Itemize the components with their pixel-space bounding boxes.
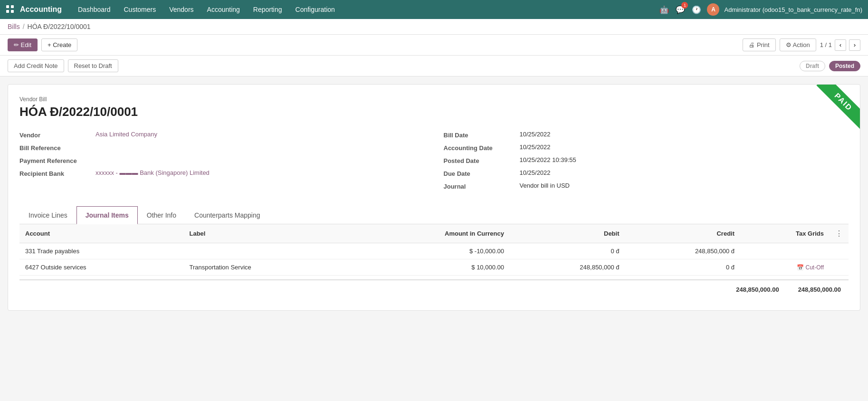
svg-rect-1: [11, 5, 14, 8]
breadcrumb: Bills / HÓA Đ/2022/10/0001: [0, 19, 868, 35]
form-type-label: Vendor Bill: [19, 96, 849, 103]
due-date-field: Due Date 10/25/2022: [444, 169, 849, 177]
menu-dashboard[interactable]: Dashboard: [71, 0, 117, 19]
col-credit: Credit: [625, 224, 741, 243]
menu-configuration[interactable]: Configuration: [289, 0, 342, 19]
top-menu: Dashboard Customers Vendors Accounting R…: [71, 0, 342, 19]
pagination-prev[interactable]: ‹: [835, 39, 846, 51]
form-col-right: Bill Date 10/25/2022 Accounting Date 10/…: [444, 131, 849, 195]
status-area: Draft Posted: [800, 61, 860, 71]
payment-reference-label: Payment Reference: [19, 156, 95, 164]
action-bar: ✏ Edit + Create 🖨 Print ⚙ Action 1 / 1 ‹…: [0, 35, 868, 56]
tab-counterparts-mapping[interactable]: Counterparts Mapping: [185, 206, 269, 224]
print-button[interactable]: 🖨 Print: [743, 38, 775, 51]
create-button[interactable]: + Create: [41, 38, 77, 51]
col-tax-grids: Tax Grids: [740, 224, 830, 243]
table-footer: 248,850,000.00 248,850,000.00: [19, 279, 849, 299]
col-amount-currency: Amount in Currency: [350, 224, 510, 243]
form-col-left: Vendor Asia Limited Company Bill Referen…: [19, 131, 425, 195]
col-options-header: ⋮: [830, 224, 849, 243]
posted-date-field: Posted Date 10/25/2022 10:39:55: [444, 156, 849, 164]
row1-account[interactable]: 331 Trade payables: [19, 243, 183, 259]
grid-icon[interactable]: [6, 5, 14, 15]
accounting-date-label: Accounting Date: [444, 143, 520, 152]
bill-date-label: Bill Date: [444, 131, 520, 139]
add-credit-note-button[interactable]: Add Credit Note: [8, 59, 64, 72]
chat-icon[interactable]: 💬 1: [675, 4, 686, 15]
bill-reference-label: Bill Reference: [19, 143, 95, 152]
row2-account[interactable]: 6427 Outside services: [19, 259, 183, 276]
tab-other-info[interactable]: Other Info: [138, 206, 185, 224]
breadcrumb-parent[interactable]: Bills: [8, 23, 20, 30]
form-title: HÓA Đ/2022/10/0001: [19, 105, 849, 119]
tab-journal-items[interactable]: Journal Items: [76, 206, 138, 224]
journal-field: Journal Vendor bill in USD: [444, 182, 849, 190]
vendor-label: Vendor: [19, 131, 95, 139]
bill-date-field: Bill Date 10/25/2022: [444, 131, 849, 139]
reset-to-draft-button[interactable]: Reset to Draft: [68, 59, 118, 72]
clock-icon[interactable]: 🕐: [691, 4, 702, 15]
accounting-date-value: 10/25/2022: [520, 143, 849, 151]
row2-options: [830, 259, 849, 276]
user-label[interactable]: Administrator (odoo15_to_bank_currency_r…: [724, 6, 862, 13]
menu-vendors[interactable]: Vendors: [162, 0, 200, 19]
row2-tax-grids[interactable]: 📅 Cut-Off: [740, 259, 830, 276]
posted-date-value: 10/25/2022 10:39:55: [520, 156, 849, 163]
cutoff-label: Cut-Off: [806, 264, 824, 271]
menu-customers[interactable]: Customers: [117, 0, 163, 19]
top-right-actions: 🤖 💬 1 🕐 A Administrator (odoo15_to_bank_…: [658, 3, 862, 16]
cutoff-badge[interactable]: 📅 Cut-Off: [797, 264, 824, 271]
svg-rect-0: [6, 5, 9, 8]
top-navigation: Accounting Dashboard Customers Vendors A…: [0, 0, 868, 19]
row1-credit: 248,850,000 đ: [625, 243, 741, 259]
status-draft: Draft: [800, 61, 825, 71]
col-account: Account: [19, 224, 183, 243]
menu-reporting[interactable]: Reporting: [247, 0, 289, 19]
form-card: PAID Vendor Bill HÓA Đ/2022/10/0001 Vend…: [8, 84, 860, 311]
breadcrumb-separator: /: [23, 23, 25, 30]
bill-date-value: 10/25/2022: [520, 131, 849, 138]
due-date-label: Due Date: [444, 169, 520, 177]
table-row: 6427 Outside services Transportation Ser…: [19, 259, 849, 276]
app-brand: Accounting: [20, 5, 62, 14]
row1-tax-grids: [740, 243, 830, 259]
row1-amount-currency: $ -10,000.00: [350, 243, 510, 259]
row1-options: [830, 243, 849, 259]
row2-credit: 0 đ: [625, 259, 741, 276]
row2-amount-currency: $ 10,000.00: [350, 259, 510, 276]
recipient-bank-field: Recipient Bank xxxxxx - ▬▬▬ Bank (Singap…: [19, 169, 425, 177]
col-debit: Debit: [510, 224, 625, 243]
footer-credit-total: 248,850,000.00: [798, 286, 841, 293]
vendor-field: Vendor Asia Limited Company: [19, 131, 425, 139]
main-content: PAID Vendor Bill HÓA Đ/2022/10/0001 Vend…: [0, 76, 868, 318]
edit-button[interactable]: ✏ Edit: [8, 38, 38, 51]
table-row: 331 Trade payables $ -10,000.00 0 đ 248,…: [19, 243, 849, 259]
row2-label: Transportation Service: [183, 259, 349, 276]
col-label: Label: [183, 224, 349, 243]
tab-invoice-lines[interactable]: Invoice Lines: [19, 206, 76, 224]
menu-accounting[interactable]: Accounting: [200, 0, 247, 19]
journal-value: Vendor bill in USD: [520, 182, 849, 189]
second-action-bar: Add Credit Note Reset to Draft Draft Pos…: [0, 56, 868, 76]
pagination: 1 / 1 ‹ ›: [820, 39, 860, 51]
recipient-bank-value[interactable]: xxxxxx - ▬▬▬ Bank (Singapore) Limited: [95, 169, 425, 176]
vendor-value[interactable]: Asia Limited Company: [95, 131, 425, 138]
avatar[interactable]: A: [707, 3, 719, 16]
row1-debit: 0 đ: [510, 243, 625, 259]
action-button[interactable]: ⚙ Action: [780, 38, 816, 51]
recipient-bank-label: Recipient Bank: [19, 169, 95, 177]
col-options-btn[interactable]: ⋮: [835, 229, 843, 238]
row2-debit: 248,850,000 đ: [510, 259, 625, 276]
robot-icon[interactable]: 🤖: [658, 4, 670, 15]
breadcrumb-current: HÓA Đ/2022/10/0001: [28, 23, 91, 30]
row1-label: [183, 243, 349, 259]
status-posted: Posted: [829, 61, 860, 71]
accounting-date-field: Accounting Date 10/25/2022: [444, 143, 849, 152]
calendar-icon: 📅: [797, 264, 804, 271]
journal-label: Journal: [444, 182, 520, 190]
pagination-next[interactable]: ›: [849, 39, 860, 51]
form-fields: Vendor Asia Limited Company Bill Referen…: [19, 131, 849, 195]
posted-date-label: Posted Date: [444, 156, 520, 164]
svg-rect-3: [11, 10, 14, 13]
svg-rect-2: [6, 10, 9, 13]
